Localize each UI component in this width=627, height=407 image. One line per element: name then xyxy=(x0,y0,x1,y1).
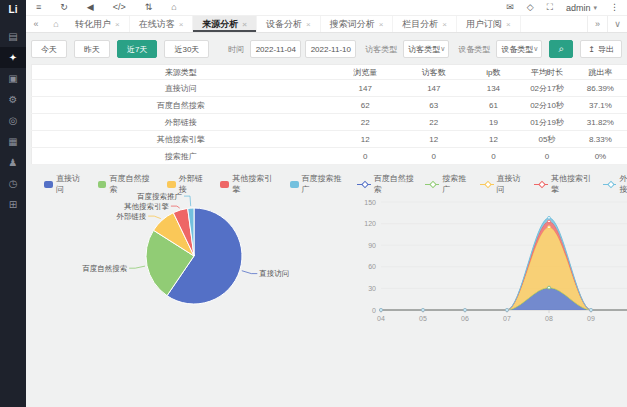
gallery-icon[interactable]: ▣ xyxy=(0,68,26,89)
table-cell: 31.82% xyxy=(574,114,627,131)
table-cell: 19 xyxy=(467,114,521,131)
area-band-搜索推广 xyxy=(381,288,627,310)
table-cell: 外部链接 xyxy=(32,114,330,131)
table-cell: 147 xyxy=(401,80,467,97)
table-cell: 22 xyxy=(401,114,467,131)
tab-栏目分析[interactable]: 栏目分析× xyxy=(393,16,457,32)
visitor-type-select[interactable]: 访客类型 ∨ xyxy=(403,40,449,58)
close-tab-icon[interactable]: × xyxy=(115,20,120,29)
user-menu[interactable]: admin ▾ xyxy=(566,3,597,13)
range-button-昨天[interactable]: 昨天 xyxy=(74,40,110,58)
area-band-百度自然搜索 xyxy=(381,288,627,310)
table-cell: 0 xyxy=(330,148,402,165)
range-button-今天[interactable]: 今天 xyxy=(31,40,67,58)
table-row: 搜索推广00000% xyxy=(32,148,627,165)
monitor-icon[interactable]: ◎ xyxy=(0,110,26,131)
range-button-近30天[interactable]: 近30天 xyxy=(164,40,209,58)
toolbar-left-icons: ≡↻◀</>⇅⌂ xyxy=(36,3,196,12)
export-icon: ↥ xyxy=(588,45,595,54)
source-table: 来源类型浏览量访客数ip数平均时长跳出率 直接访问14714713402分17秒… xyxy=(31,64,627,165)
data-point xyxy=(380,309,383,312)
tab-设备分析[interactable]: 设备分析× xyxy=(257,16,321,32)
y-tick-label: 60 xyxy=(368,263,376,270)
tag-icon[interactable]: ◇ xyxy=(527,3,534,12)
close-tab-icon[interactable]: × xyxy=(442,20,447,29)
data-point xyxy=(590,309,593,312)
area-line-其他搜索引擎 xyxy=(381,221,627,310)
menu-icon[interactable]: ≡ xyxy=(36,3,41,12)
user-icon[interactable]: ♟ xyxy=(0,152,26,173)
swap-vertical-icon[interactable]: ⇅ xyxy=(145,3,153,12)
area-line-直接访问 xyxy=(381,227,627,310)
range-button-近7天[interactable]: 近7天 xyxy=(117,40,157,58)
area-band-外部链接 xyxy=(381,218,627,310)
close-tab-icon[interactable]: × xyxy=(242,20,247,29)
refresh-icon[interactable]: ↻ xyxy=(60,3,68,12)
apps-icon[interactable]: ⊞ xyxy=(0,194,26,215)
close-tab-icon[interactable]: × xyxy=(506,20,511,29)
close-tab-icon[interactable]: × xyxy=(179,20,184,29)
table-cell: 62 xyxy=(330,97,402,114)
more-vertical-icon[interactable]: ⋮ xyxy=(610,3,619,12)
legend-marker xyxy=(480,180,494,189)
close-tab-icon[interactable]: × xyxy=(379,20,384,29)
table-cell: 12 xyxy=(401,131,467,148)
tab-dropdown-icon[interactable]: ∨ xyxy=(607,16,627,32)
tab-用户订阅[interactable]: 用户订阅× xyxy=(457,16,521,32)
table-cell: 直接访问 xyxy=(32,80,330,97)
code-icon[interactable]: </> xyxy=(113,3,126,12)
home-icon[interactable]: ⌂ xyxy=(171,3,176,12)
chevron-down-icon: ∨ xyxy=(440,45,445,53)
area-line-百度自然搜索 xyxy=(381,288,627,310)
table-cell: 61 xyxy=(467,97,521,114)
tab-搜索词分析[interactable]: 搜索词分析× xyxy=(321,16,394,32)
column-header: 跳出率 xyxy=(574,65,627,80)
archive-icon[interactable]: ▦ xyxy=(0,131,26,152)
app-logo[interactable]: Li xyxy=(0,0,26,18)
export-button[interactable]: ↥ 导出 xyxy=(580,40,622,58)
area-line-外部链接 xyxy=(381,218,627,310)
table-cell: 百度自然搜索 xyxy=(32,97,330,114)
tab-来源分析[interactable]: 来源分析× xyxy=(193,16,257,32)
search-button[interactable]: ⌕ xyxy=(549,40,573,58)
table-cell: 02分17秒 xyxy=(520,80,574,97)
dashboard-icon[interactable]: ▤ xyxy=(0,26,26,47)
close-tab-icon[interactable]: × xyxy=(306,20,311,29)
analytics-icon[interactable]: ✦ xyxy=(0,47,26,68)
legend-swatch xyxy=(220,181,229,188)
table-body: 直接访问14714713402分17秒86.39%百度自然搜索62636102分… xyxy=(32,80,627,165)
history-icon[interactable]: ◷ xyxy=(0,173,26,194)
megaphone-icon[interactable]: ◀ xyxy=(87,3,94,12)
fullscreen-icon[interactable]: ⛶ xyxy=(547,3,553,12)
area-band-其他搜索引擎 xyxy=(381,221,627,310)
table-cell: 12 xyxy=(467,131,521,148)
table-cell: 86.39% xyxy=(574,80,627,97)
device-type-select[interactable]: 设备类型 ∨ xyxy=(496,40,542,58)
filter-bar: 今天昨天近7天近30天 时间 访客类型 访客类型 ∨ 设备类型 设备类型 ∨ ⌕… xyxy=(31,39,622,59)
tab-转化用户[interactable]: 转化用户× xyxy=(66,16,130,32)
y-tick-label: 90 xyxy=(368,242,376,249)
table-cell: 搜索推广 xyxy=(32,148,330,165)
x-tick-label: 07 xyxy=(503,315,511,322)
pie-chart-panel: 直接访问百度自然搜索外部链接其他搜索引擎百度搜索推广 直接访问百度自然搜索外部链… xyxy=(44,178,349,340)
date-to-input[interactable] xyxy=(305,40,356,58)
data-point xyxy=(548,216,551,219)
table-cell: 22 xyxy=(330,114,402,131)
expand-tabs-icon[interactable]: » xyxy=(587,16,607,32)
date-from-input[interactable] xyxy=(250,40,301,58)
table-cell: 0 xyxy=(401,148,467,165)
collapse-tabs-icon[interactable]: « xyxy=(26,16,46,32)
message-icon[interactable]: ✉ xyxy=(506,3,514,12)
table-cell: 147 xyxy=(330,80,402,97)
table-row: 其他搜索引擎12121205秒8.33% xyxy=(32,131,627,148)
table-cell: 0 xyxy=(467,148,521,165)
legend-marker xyxy=(357,180,371,189)
legend-marker xyxy=(425,180,439,189)
home-tab-icon[interactable]: ⌂ xyxy=(46,16,66,32)
y-tick-label: 0 xyxy=(372,307,376,314)
pie-label: 其他搜索引擎 xyxy=(124,202,170,211)
quick-ranges: 今天昨天近7天近30天 xyxy=(31,40,216,58)
table-cell: 02分10秒 xyxy=(520,97,574,114)
tab-在线访客[interactable]: 在线访客× xyxy=(130,16,194,32)
settings-icon[interactable]: ⚙ xyxy=(0,89,26,110)
